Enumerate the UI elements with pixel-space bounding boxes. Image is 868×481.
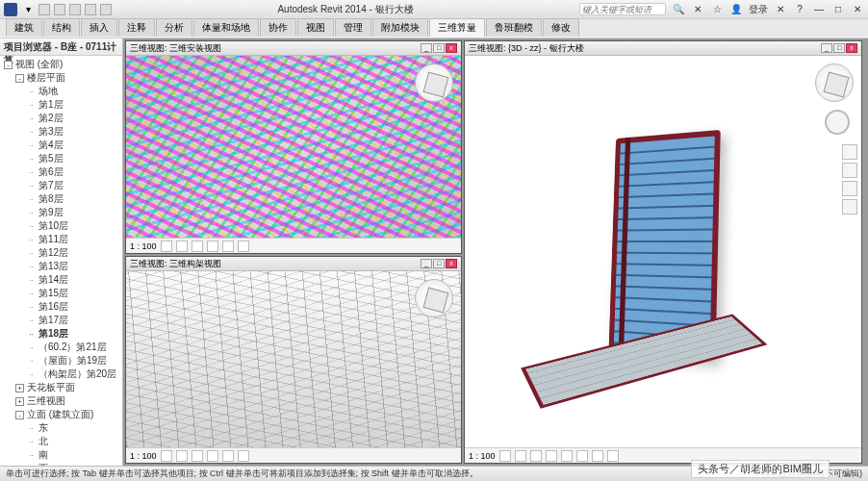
- tree-item[interactable]: +三维视图: [0, 394, 122, 408]
- ribbon-tab[interactable]: 视图: [297, 18, 334, 37]
- tree-item[interactable]: -楼层平面: [0, 71, 122, 85]
- ribbon-tab[interactable]: 结构: [43, 18, 80, 37]
- ribbon-tab[interactable]: 鲁班翻模: [486, 18, 542, 37]
- viewport-close-button[interactable]: x: [446, 259, 457, 268]
- tree-item[interactable]: ··（60.2）第21层: [0, 341, 122, 354]
- steering-wheel-icon[interactable]: [825, 110, 850, 135]
- tree-item[interactable]: ··西: [0, 462, 122, 466]
- tree-item[interactable]: ··（构架层）第20层: [0, 367, 122, 381]
- crop-button[interactable]: [222, 240, 234, 252]
- expand-icon[interactable]: +: [15, 397, 24, 406]
- tree-item[interactable]: ··第7层: [0, 179, 122, 192]
- hide-isolate-button[interactable]: [238, 450, 249, 462]
- ribbon-tab[interactable]: 协作: [260, 18, 296, 37]
- viewport-minimize-button[interactable]: _: [421, 259, 432, 268]
- lookat-tool-button[interactable]: [842, 199, 857, 215]
- viewport-minimize-button[interactable]: _: [421, 43, 432, 53]
- user-icon[interactable]: 👤: [729, 3, 743, 16]
- collapse-icon[interactable]: -: [15, 74, 24, 83]
- sun-path-button[interactable]: [191, 240, 203, 252]
- ribbon-tab[interactable]: 三维算量: [429, 18, 485, 37]
- visual-style-button[interactable]: [515, 450, 526, 462]
- viewcube-icon[interactable]: [815, 63, 854, 102]
- detail-level-button[interactable]: [161, 240, 172, 252]
- ribbon-tab[interactable]: 插入: [81, 18, 117, 37]
- favorite-icon[interactable]: ☆: [710, 3, 724, 16]
- ribbon-tab[interactable]: 体量和场地: [193, 18, 259, 37]
- tree-item[interactable]: ··第18层: [0, 327, 122, 341]
- tree-item[interactable]: +天花板平面: [0, 381, 122, 394]
- reveal-hidden-button[interactable]: [607, 450, 619, 462]
- tree-item[interactable]: ··第16层: [0, 300, 122, 314]
- shadows-button[interactable]: [207, 450, 218, 462]
- app-menu-button[interactable]: ▾: [21, 3, 35, 16]
- detail-level-button[interactable]: [161, 450, 172, 462]
- viewcube-icon[interactable]: [415, 63, 453, 102]
- visual-style-button[interactable]: [176, 240, 188, 252]
- tree-item[interactable]: ··第13层: [0, 260, 122, 273]
- expand-icon[interactable]: +: [15, 384, 24, 392]
- viewport-canvas[interactable]: [126, 56, 461, 238]
- tree-item[interactable]: ··（屋面）第19层: [0, 354, 122, 367]
- qat-open-icon[interactable]: [38, 4, 50, 15]
- zoom-tool-button[interactable]: [842, 163, 857, 178]
- tree-item[interactable]: ··第5层: [0, 152, 122, 165]
- ribbon-tab[interactable]: 修改: [543, 18, 579, 37]
- sun-path-button[interactable]: [191, 450, 203, 462]
- viewport-canvas[interactable]: [126, 271, 461, 447]
- viewport-close-button[interactable]: x: [446, 43, 457, 53]
- sun-path-button[interactable]: [530, 450, 542, 462]
- shadows-button[interactable]: [546, 450, 557, 462]
- tree-item[interactable]: ··第12层: [0, 246, 122, 260]
- tree-item[interactable]: ··第4层: [0, 139, 122, 152]
- scale-label[interactable]: 1 : 100: [469, 451, 496, 461]
- tree-item[interactable]: ··南: [0, 448, 122, 462]
- tree-item[interactable]: -立面 (建筑立面): [0, 408, 122, 421]
- scale-label[interactable]: 1 : 100: [130, 451, 157, 461]
- tree-item[interactable]: ··第2层: [0, 112, 122, 125]
- login-link[interactable]: 登录: [749, 3, 768, 16]
- viewport-maximize-button[interactable]: □: [833, 43, 845, 53]
- viewport-title[interactable]: 三维视图: {3D - zz} - 银行大楼 _ □ x: [465, 41, 861, 56]
- crop-button[interactable]: [576, 450, 588, 462]
- qat-print-icon[interactable]: [100, 4, 112, 15]
- hide-isolate-button[interactable]: [238, 240, 249, 252]
- tree-item[interactable]: ··第6层: [0, 165, 122, 179]
- crop-button[interactable]: [222, 450, 234, 462]
- viewport-maximize-button[interactable]: □: [433, 259, 445, 268]
- tree-item[interactable]: ··第3层: [0, 125, 122, 139]
- viewport-canvas[interactable]: [465, 56, 861, 447]
- viewport-title[interactable]: 三维视图: 三维构架视图 _ □ x: [126, 257, 461, 271]
- scale-label[interactable]: 1 : 100: [130, 241, 157, 251]
- help-search-input[interactable]: [579, 3, 666, 15]
- ribbon-tab[interactable]: 分析: [156, 18, 192, 37]
- collapse-icon[interactable]: -: [15, 411, 24, 419]
- pan-tool-button[interactable]: [842, 144, 857, 160]
- tree-item[interactable]: ··东: [0, 421, 122, 435]
- tree-item[interactable]: ··第14层: [0, 273, 122, 287]
- collapse-icon[interactable]: -: [4, 61, 13, 69]
- ribbon-tab[interactable]: 附加模块: [372, 18, 428, 37]
- close-button[interactable]: ✕: [851, 3, 864, 16]
- tree-item[interactable]: ··场地: [0, 85, 122, 98]
- ribbon-tab[interactable]: 注释: [118, 18, 155, 37]
- rendering-button[interactable]: [561, 450, 573, 462]
- tree-item[interactable]: ··第9层: [0, 206, 122, 219]
- help-icon[interactable]: ?: [793, 3, 806, 16]
- tree-item[interactable]: ··第1层: [0, 98, 122, 112]
- viewport-title[interactable]: 三维视图: 三维安装视图 _ □ x: [126, 41, 461, 56]
- search-icon[interactable]: 🔍: [672, 3, 685, 16]
- tree-item[interactable]: -视图 (全部): [0, 58, 122, 71]
- subscription-icon[interactable]: ✕: [691, 3, 704, 16]
- visual-style-button[interactable]: [176, 450, 188, 462]
- orbit-tool-button[interactable]: [842, 181, 857, 196]
- tree-item[interactable]: ··北: [0, 435, 122, 448]
- ribbon-tab[interactable]: 建筑: [6, 18, 42, 37]
- viewport-minimize-button[interactable]: _: [821, 43, 832, 53]
- qat-redo-icon[interactable]: [85, 4, 96, 15]
- tree-item[interactable]: ··第11层: [0, 233, 122, 246]
- project-tree[interactable]: -视图 (全部)-楼层平面··场地··第1层··第2层··第3层··第4层··第…: [0, 56, 122, 466]
- hide-isolate-button[interactable]: [592, 450, 603, 462]
- minimize-button[interactable]: —: [812, 3, 826, 16]
- viewcube-icon[interactable]: [415, 279, 453, 317]
